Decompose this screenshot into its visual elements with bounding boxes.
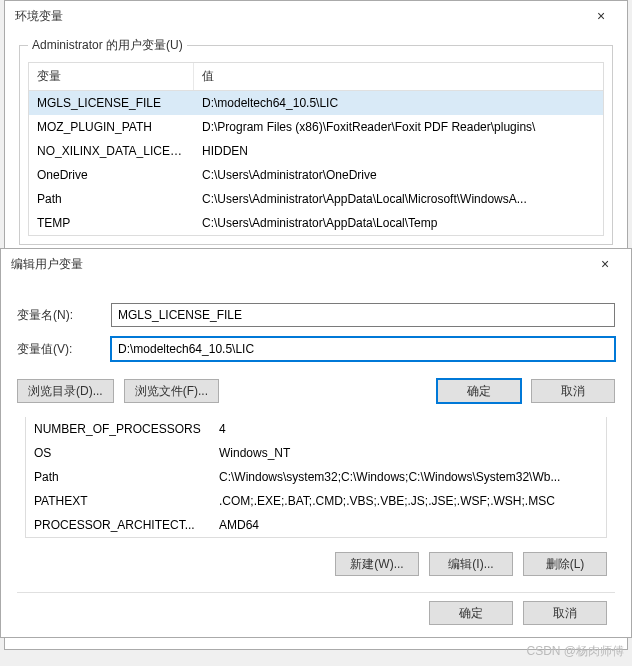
var-name-label: 变量名(N):: [17, 307, 97, 324]
system-vars-table[interactable]: NUMBER_OF_PROCESSORS 4 OS Windows_NT Pat…: [25, 417, 607, 538]
titlebar: 环境变量 ×: [5, 1, 627, 31]
table-row[interactable]: PATHEXT .COM;.EXE;.BAT;.CMD;.VBS;.VBE;.J…: [26, 489, 606, 513]
column-value[interactable]: 值: [194, 63, 603, 90]
ok-button[interactable]: 确定: [429, 601, 513, 625]
groupbox-title: Administrator 的用户变量(U): [28, 37, 187, 54]
table-header: 变量 值: [29, 63, 603, 91]
column-variable[interactable]: 变量: [29, 63, 194, 90]
close-icon[interactable]: ×: [585, 252, 625, 276]
close-icon[interactable]: ×: [581, 4, 621, 28]
var-value-label: 变量值(V):: [17, 341, 97, 358]
cancel-button[interactable]: 取消: [523, 601, 607, 625]
window-title: 环境变量: [15, 8, 63, 25]
table-row[interactable]: OS Windows_NT: [26, 441, 606, 465]
edit-user-var-window: 编辑用户变量 × 变量名(N): 变量值(V): 浏览目录(D)... 浏览文件…: [0, 248, 632, 638]
watermark: CSDN @杨肉师傅: [526, 643, 624, 660]
edit-button[interactable]: 编辑(I)...: [429, 552, 513, 576]
table-row[interactable]: TEMP C:\Users\Administrator\AppData\Loca…: [29, 211, 603, 235]
titlebar: 编辑用户变量 ×: [1, 249, 631, 279]
user-vars-group: Administrator 的用户变量(U) 变量 值 MGLS_LICENSE…: [19, 45, 613, 245]
table-row[interactable]: Path C:\Users\Administrator\AppData\Loca…: [29, 187, 603, 211]
table-row[interactable]: OneDrive C:\Users\Administrator\OneDrive: [29, 163, 603, 187]
browse-file-button[interactable]: 浏览文件(F)...: [124, 379, 219, 403]
table-row[interactable]: NUMBER_OF_PROCESSORS 4: [26, 417, 606, 441]
table-row[interactable]: MOZ_PLUGIN_PATH D:\Program Files (x86)\F…: [29, 115, 603, 139]
table-row[interactable]: NO_XILINX_DATA_LICENSE HIDDEN: [29, 139, 603, 163]
user-vars-table[interactable]: 变量 值 MGLS_LICENSE_FILE D:\modeltech64_10…: [28, 62, 604, 236]
ok-button[interactable]: 确定: [437, 379, 521, 403]
table-row[interactable]: Path C:\Windows\system32;C:\Windows;C:\W…: [26, 465, 606, 489]
table-row[interactable]: PROCESSOR_ARCHITECT... AMD64: [26, 513, 606, 537]
delete-button[interactable]: 删除(L): [523, 552, 607, 576]
window-title: 编辑用户变量: [11, 256, 83, 273]
table-row[interactable]: MGLS_LICENSE_FILE D:\modeltech64_10.5\LI…: [29, 91, 603, 115]
cancel-button[interactable]: 取消: [531, 379, 615, 403]
var-value-input[interactable]: [111, 337, 615, 361]
new-button[interactable]: 新建(W)...: [335, 552, 419, 576]
browse-dir-button[interactable]: 浏览目录(D)...: [17, 379, 114, 403]
var-name-input[interactable]: [111, 303, 615, 327]
